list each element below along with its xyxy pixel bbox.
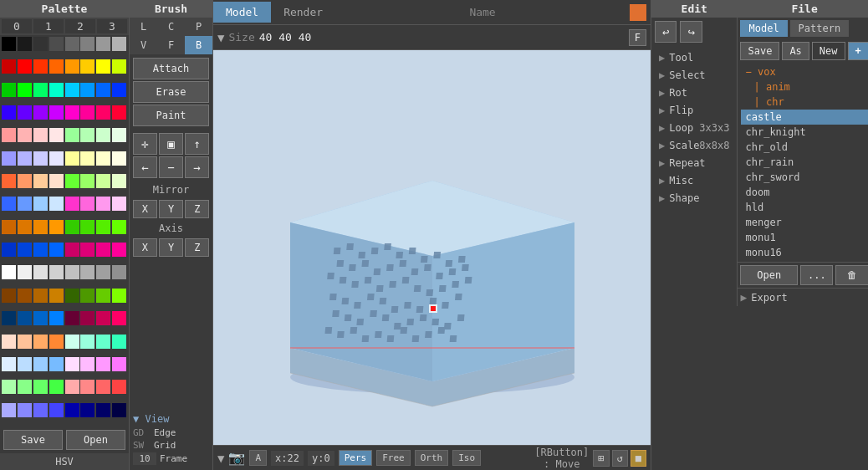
color-swatch-66[interactable] <box>33 220 48 234</box>
color-swatch-130[interactable] <box>33 403 48 417</box>
color-swatch-72[interactable] <box>2 243 16 257</box>
right-tool[interactable]: → <box>185 156 209 178</box>
color-swatch-69[interactable] <box>80 220 94 234</box>
fill-btn[interactable]: ■ <box>631 450 646 467</box>
iso-mode[interactable]: Iso <box>452 450 481 466</box>
color-swatch-4[interactable] <box>65 37 79 51</box>
color-swatch-21[interactable] <box>80 83 94 97</box>
color-swatch-8[interactable] <box>2 59 16 74</box>
color-swatch-135[interactable] <box>112 403 126 417</box>
color-swatch-14[interactable] <box>96 59 110 74</box>
color-swatch-81[interactable] <box>18 265 32 279</box>
color-swatch-76[interactable] <box>65 243 79 257</box>
color-swatch-102[interactable] <box>96 311 110 325</box>
color-swatch-98[interactable] <box>33 311 48 325</box>
color-swatch-49[interactable] <box>18 174 32 188</box>
color-swatch-55[interactable] <box>112 174 126 188</box>
file-item-vox[interactable]: − vox <box>741 64 867 79</box>
brush-tab-c[interactable]: C <box>157 18 185 36</box>
file-item-monu1[interactable]: monu1 <box>741 230 867 245</box>
file-tab-model[interactable]: Model <box>740 20 787 37</box>
color-swatch-85[interactable] <box>80 265 94 279</box>
color-swatch-77[interactable] <box>80 243 94 257</box>
color-swatch-129[interactable] <box>18 403 32 417</box>
color-swatch-29[interactable] <box>80 105 94 120</box>
color-swatch-121[interactable] <box>18 380 32 394</box>
color-swatch-99[interactable] <box>49 311 64 325</box>
color-swatch-63[interactable] <box>112 197 126 211</box>
mirror-x[interactable]: X <box>133 200 157 218</box>
color-swatch-114[interactable] <box>33 357 48 371</box>
color-swatch-127[interactable] <box>112 380 126 394</box>
color-swatch-119[interactable] <box>112 357 126 371</box>
color-swatch-32[interactable] <box>2 128 16 142</box>
color-swatch-128[interactable] <box>2 403 16 417</box>
grid-view-btn[interactable]: ⊞ <box>593 450 609 467</box>
select-tool[interactable]: ▣ <box>159 133 183 155</box>
color-swatch-92[interactable] <box>65 289 79 303</box>
free-mode[interactable]: Free <box>376 450 411 466</box>
color-swatch-110[interactable] <box>96 335 110 349</box>
color-swatch-64[interactable] <box>2 220 16 234</box>
orth-mode[interactable]: Orth <box>415 450 449 466</box>
open-button[interactable]: Open <box>66 430 125 450</box>
color-swatch-24[interactable] <box>2 105 16 120</box>
color-swatch-5[interactable] <box>80 37 94 51</box>
color-swatch-54[interactable] <box>96 174 110 188</box>
color-swatch-33[interactable] <box>18 128 32 142</box>
color-swatch-10[interactable] <box>33 59 48 74</box>
menu-select[interactable]: ▶ Select <box>655 67 733 84</box>
color-swatch-28[interactable] <box>65 105 79 120</box>
color-swatch-51[interactable] <box>49 174 64 188</box>
color-swatch-11[interactable] <box>49 59 64 74</box>
menu-repeat[interactable]: ▶ Repeat <box>655 155 733 171</box>
move-tool[interactable]: ✛ <box>133 133 157 155</box>
color-swatch-61[interactable] <box>80 197 94 211</box>
color-swatch-16[interactable] <box>2 83 16 97</box>
brush-tab-p[interactable]: P <box>185 18 212 36</box>
viewport-name[interactable]: Name <box>335 6 630 18</box>
color-swatch-15[interactable] <box>112 59 126 74</box>
color-swatch-60[interactable] <box>65 197 79 211</box>
color-swatch-97[interactable] <box>18 311 32 325</box>
color-swatch-105[interactable] <box>18 335 32 349</box>
color-swatch-133[interactable] <box>80 403 94 417</box>
color-swatch-75[interactable] <box>49 243 64 257</box>
file-item-hld[interactable]: hld <box>741 200 867 215</box>
color-swatch-56[interactable] <box>2 197 16 211</box>
attach-button[interactable]: Attach <box>133 58 209 79</box>
color-swatch-62[interactable] <box>96 197 110 211</box>
color-swatch-30[interactable] <box>96 105 110 120</box>
a-button[interactable]: A <box>249 450 267 466</box>
color-swatch-125[interactable] <box>80 380 94 394</box>
color-swatch-9[interactable] <box>18 59 32 74</box>
color-swatch-84[interactable] <box>65 265 79 279</box>
color-swatch-45[interactable] <box>80 151 94 166</box>
file-delete-btn[interactable]: 🗑 <box>835 265 868 285</box>
color-swatch-58[interactable] <box>33 197 48 211</box>
file-item-castle[interactable]: castle <box>741 110 867 125</box>
color-swatch-73[interactable] <box>18 243 32 257</box>
color-swatch-65[interactable] <box>18 220 32 234</box>
color-swatch-100[interactable] <box>65 311 79 325</box>
color-swatch-52[interactable] <box>65 174 79 188</box>
color-swatch-6[interactable] <box>96 37 110 51</box>
color-swatch-106[interactable] <box>33 335 48 349</box>
file-item-chr[interactable]: | chr <box>741 95 867 110</box>
axis-y[interactable]: Y <box>159 238 183 257</box>
minus-tool[interactable]: − <box>159 156 183 178</box>
color-swatch-74[interactable] <box>33 243 48 257</box>
file-open-btn[interactable]: Open <box>740 265 798 285</box>
color-swatch-68[interactable] <box>65 220 79 234</box>
file-item-doom[interactable]: doom <box>741 185 867 200</box>
color-swatch-86[interactable] <box>96 265 110 279</box>
color-swatch-83[interactable] <box>49 265 64 279</box>
undo-button[interactable]: ↩ <box>655 21 677 43</box>
color-swatch-96[interactable] <box>2 311 16 325</box>
menu-flip[interactable]: ▶ Flip <box>655 102 733 119</box>
color-swatch-53[interactable] <box>80 174 94 188</box>
color-swatch-120[interactable] <box>2 380 16 394</box>
brush-tab-v[interactable]: V <box>130 36 157 54</box>
file-new-btn[interactable]: New <box>812 42 845 60</box>
color-swatch-26[interactable] <box>33 105 48 120</box>
